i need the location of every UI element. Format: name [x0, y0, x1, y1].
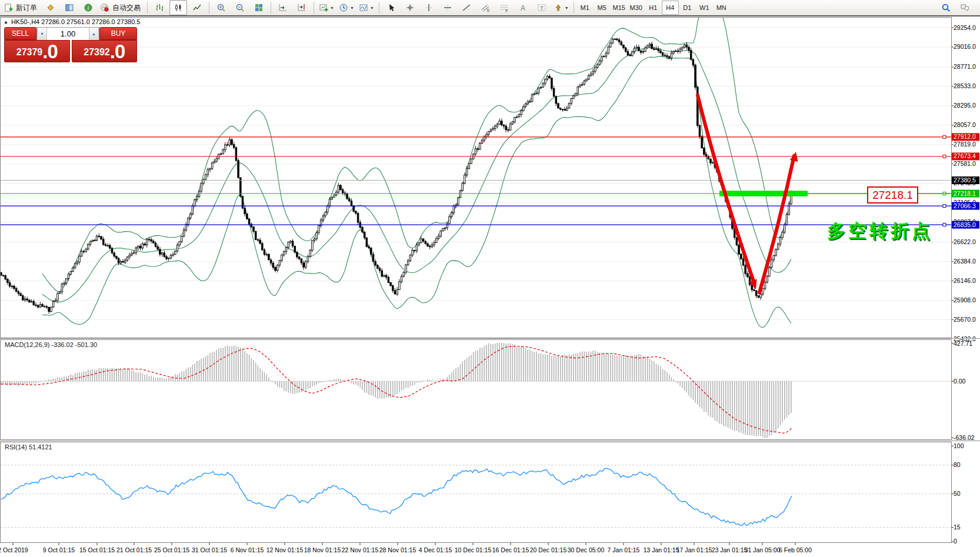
svg-text:27218.1: 27218.1	[954, 190, 976, 197]
indicators-button[interactable]: ▼	[357, 0, 376, 15]
svg-text:20 Dec 01:15: 20 Dec 01:15	[530, 546, 567, 553]
svg-text:T: T	[540, 5, 543, 11]
svg-text:29254.0: 29254.0	[954, 24, 976, 31]
price-callout-box[interactable]: 27218.1	[867, 186, 918, 204]
fibonacci-button[interactable]: F	[495, 0, 513, 15]
svg-text:25 Oct 01:15: 25 Oct 01:15	[154, 546, 189, 553]
buy-price-small: 27392	[84, 44, 110, 61]
svg-text:4 Dec 01:15: 4 Dec 01:15	[419, 546, 452, 553]
chart-canvas[interactable]: 29254.029016.028771.028533.028295.028057…	[0, 16, 980, 557]
mt4-terminal: 新订单i自动交易▼▼▼EFAT▼M1M5M15M30H1H4D1W1MN 292…	[0, 0, 980, 557]
one-click-trading-panel: SELL ▼ ▲ BUY 27379 .0 27392 .0	[4, 27, 137, 62]
timeframe-m15-button[interactable]: M15	[611, 1, 628, 15]
candle-chart-button[interactable]	[169, 0, 187, 15]
svg-text:9 Oct 01:15: 9 Oct 01:15	[43, 546, 75, 553]
buy-price-big: .0	[110, 42, 125, 61]
svg-text:50: 50	[954, 490, 961, 497]
search-button[interactable]	[937, 0, 955, 15]
market-watch-button[interactable]	[42, 0, 59, 15]
fibonacci-icon: F	[499, 3, 509, 12]
auto-trading-button[interactable]: 自动交易	[98, 0, 144, 15]
svg-text:13 Jan 01:15: 13 Jan 01:15	[644, 546, 679, 553]
bar-chart-button[interactable]	[151, 0, 168, 15]
chart-shift-button[interactable]	[293, 0, 311, 15]
price-axis[interactable]: 29254.029016.028771.028533.028295.028057…	[808, 24, 979, 545]
timeframe-h4-button[interactable]: H4	[662, 1, 679, 15]
text-icon: A	[518, 3, 528, 12]
new-chart-button[interactable]: ▼	[317, 0, 336, 15]
svg-text:0.00: 0.00	[954, 378, 966, 385]
volume-input[interactable]	[47, 28, 89, 40]
svg-text:22 Nov 01:15: 22 Nov 01:15	[342, 546, 379, 553]
channel-button[interactable]: E	[476, 0, 494, 15]
timeframe-mn-button[interactable]: MN	[713, 1, 730, 15]
buy-price[interactable]: 27392 .0	[72, 40, 138, 62]
dropdown-arrow-icon: ▼	[330, 6, 334, 10]
timeframe-d1-button[interactable]: D1	[679, 1, 696, 15]
new-order-icon	[4, 3, 13, 12]
chart-title-text: HK50-,H4 27286.0 27561.0 27286.0 27380.5	[11, 18, 141, 25]
dropdown-arrow-icon: ▼	[350, 6, 354, 10]
vertical-line-button[interactable]	[420, 0, 438, 15]
svg-text:30 Dec 05:00: 30 Dec 05:00	[568, 546, 605, 553]
timeframe-m30-button[interactable]: M30	[628, 1, 645, 15]
crosshair-button[interactable]	[401, 0, 419, 15]
svg-text:28771.0: 28771.0	[954, 63, 976, 70]
svg-text:7 Jan 01:15: 7 Jan 01:15	[608, 546, 640, 553]
text-label-icon: T	[537, 3, 546, 12]
text-label-button[interactable]: T	[533, 0, 551, 15]
timeframe-m5-button[interactable]: M5	[594, 1, 611, 15]
text-button[interactable]: A	[514, 0, 532, 15]
svg-text:6 Nov 01:15: 6 Nov 01:15	[231, 546, 264, 553]
cursor-button[interactable]	[382, 0, 400, 15]
profiles-button[interactable]: ▼	[337, 0, 356, 15]
vertical-line-icon	[424, 3, 434, 12]
market-watch-icon	[46, 3, 55, 12]
buy-button[interactable]: BUY	[99, 27, 137, 40]
svg-text:26622.0: 26622.0	[954, 238, 976, 245]
volume-increase-button[interactable]: ▲	[89, 28, 99, 40]
bar-chart-icon	[155, 3, 164, 12]
volume-decrease-button[interactable]: ▼	[37, 28, 47, 40]
new-order-button[interactable]: 新订单	[2, 0, 41, 15]
data-window-button[interactable]: i	[79, 0, 97, 15]
chat-button[interactable]	[956, 0, 974, 15]
line-chart-button[interactable]	[188, 0, 206, 15]
sell-price-big: .0	[42, 42, 58, 61]
svg-text:12 Nov 01:15: 12 Nov 01:15	[266, 546, 304, 553]
zoom-out-button[interactable]	[231, 0, 249, 15]
sell-button[interactable]: SELL	[4, 27, 36, 40]
timeframe-m1-button[interactable]: M1	[576, 1, 594, 15]
svg-text:18 Nov 01:15: 18 Nov 01:15	[304, 546, 341, 553]
svg-text:16 Dec 01:15: 16 Dec 01:15	[492, 546, 529, 553]
svg-text:26835.0: 26835.0	[954, 221, 976, 228]
auto-scroll-button[interactable]	[274, 0, 292, 15]
macd-indicator-label: MACD(12,26,9) -336.02 -501.30	[5, 341, 97, 348]
zoom-in-button[interactable]	[212, 0, 230, 15]
sell-price[interactable]: 27379 .0	[4, 40, 70, 62]
svg-text:27581.0: 27581.0	[954, 160, 976, 167]
horizontal-line-button[interactable]	[439, 0, 456, 15]
svg-text:28 Nov 01:15: 28 Nov 01:15	[379, 546, 416, 553]
svg-text:31 Jan 05:00: 31 Jan 05:00	[745, 546, 781, 553]
timeframe-w1-button[interactable]: W1	[696, 1, 713, 15]
channel-icon: E	[481, 3, 490, 12]
arrows-button[interactable]: ▼	[552, 0, 571, 15]
svg-text:E: E	[487, 8, 490, 12]
trendline-button[interactable]	[458, 0, 475, 15]
indicators-icon	[359, 3, 368, 12]
timeframe-h1-button[interactable]: H1	[645, 1, 662, 15]
svg-text:15 Oct 01:15: 15 Oct 01:15	[79, 546, 115, 553]
trendline-icon	[462, 3, 471, 12]
navigator-button[interactable]	[61, 0, 78, 15]
time-axis[interactable]: 2 Oct 20199 Oct 01:1515 Oct 01:1521 Oct …	[0, 543, 812, 553]
main-toolbar: 新订单i自动交易▼▼▼EFAT▼M1M5M15M30H1H4D1W1MN	[0, 0, 980, 16]
tile-windows-button[interactable]	[250, 0, 268, 15]
toolbar-separator	[379, 2, 379, 14]
svg-text:27819.0: 27819.0	[954, 141, 976, 148]
svg-text:29016.0: 29016.0	[954, 43, 976, 50]
collapse-quotes-icon[interactable]: ▲	[4, 19, 8, 25]
turning-point-annotation-text[interactable]: 多空转折点	[827, 219, 933, 244]
svg-text:27380.5: 27380.5	[954, 176, 976, 184]
candlestick-series	[1, 38, 792, 313]
